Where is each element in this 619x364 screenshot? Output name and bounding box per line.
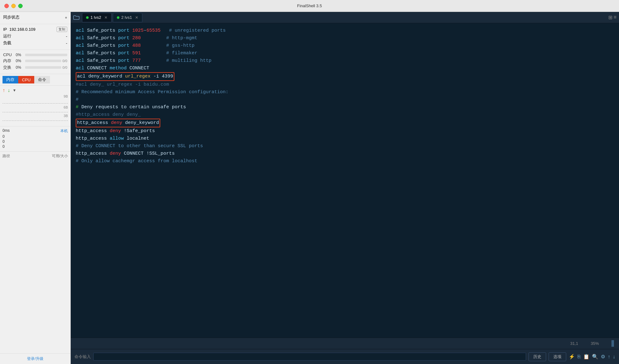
tab-cpu[interactable]: CPU [18, 76, 34, 83]
settings-icon[interactable]: ⚙ [601, 354, 605, 360]
mem-pct: 0% [16, 59, 25, 63]
mem-label: 内存 [3, 58, 16, 64]
scroll-percent: 35% [591, 341, 599, 346]
maximize-button[interactable] [18, 4, 23, 8]
mem-ratio: 0/0 [63, 59, 67, 63]
login-upgrade-link[interactable]: 登录/升级 [0, 353, 70, 364]
network-row-2: 0 [3, 134, 68, 139]
main-layout: 同步状态 ● IP 192.168.0.109 复制 运行 - 负载 - [0, 12, 619, 364]
copy-icon[interactable]: ⎘ [578, 354, 581, 360]
sidebar-tab-bar: 内存 CPU 命令 [0, 74, 70, 86]
swap-metric-row: 交换 0% 0/0 [3, 65, 67, 70]
terminal[interactable]: acl Safe_ports port 1025-65535 # unregis… [71, 23, 619, 338]
tab-lvs1[interactable]: 2 lvs1 ✕ [113, 13, 142, 22]
tab-cmd[interactable]: 命令 [34, 76, 50, 83]
sync-label: 同步状态 [3, 14, 19, 20]
arrow-up-icon: ↑ [3, 88, 5, 93]
terminal-line: # Only allow cachemgr access from localh… [76, 158, 614, 165]
graph-line-3b [3, 120, 68, 121]
graph-section: ↑ ↓ ▼ 9B 6B 3B [0, 86, 70, 126]
cpu-label: CPU [3, 52, 16, 57]
window-controls [4, 4, 23, 8]
app-title: FinalShell 3.5 [297, 3, 322, 8]
tab-close-2[interactable]: ✕ [135, 15, 138, 20]
network-row-4: 0 [3, 144, 68, 149]
metrics-section: CPU 0% 内存 0% 0/0 交换 0% 0/0 [0, 50, 70, 74]
swap-pct: 0% [16, 65, 25, 70]
terminal-line: http_access deny deny_keyword [76, 119, 614, 127]
sync-dot: ● [65, 15, 67, 20]
load-label: 负载 [3, 40, 11, 46]
right-panel: 1 lvs2 ✕ 2 lvs1 ✕ ⊞ ≡ acl Safe_ports por… [71, 12, 619, 364]
folder-icon[interactable] [72, 13, 81, 22]
tab-dot-1 [86, 16, 89, 19]
close-button[interactable] [4, 4, 9, 8]
arrow-expand-icon: ▼ [13, 88, 16, 93]
grid-icon[interactable]: ⊞ [608, 14, 612, 20]
scroll-down-icon[interactable]: ↓ [613, 354, 615, 360]
graph-line-9b [3, 103, 68, 104]
terminal-line: acl Safe_ports port 488 # gss-http [76, 42, 614, 50]
terminal-line: # Deny CONNECT to other than secure SSL … [76, 142, 614, 150]
copy-ip-button[interactable]: 复制 [57, 27, 67, 32]
graph-label-9b: 9B [64, 94, 68, 98]
paste-icon[interactable]: 📋 [583, 354, 589, 360]
tab-close-1[interactable]: ✕ [104, 15, 107, 20]
load-value: - [66, 41, 67, 46]
scrollbar-thumb[interactable] [611, 340, 614, 347]
menu-icon[interactable]: ≡ [614, 14, 616, 20]
network-row-3: 0 [3, 139, 68, 144]
search-icon[interactable]: 🔍 [592, 354, 598, 360]
tab-mem[interactable]: 内存 [3, 76, 18, 83]
swap-label: 交换 [3, 65, 16, 70]
scroll-up-icon[interactable]: ↑ [608, 354, 610, 360]
terminal-line: acl Safe_ports port 1025-65535 # unregis… [76, 27, 614, 35]
graph-arrows: ↑ ↓ ▼ [3, 88, 68, 93]
cpu-pct: 0% [16, 53, 25, 57]
options-button[interactable]: 选项 [549, 352, 566, 361]
terminal-line: # Deny requests to certain unsafe ports [76, 104, 614, 111]
status-bar: 31,1 35% [71, 338, 619, 349]
toolbar-right: ⊞ ≡ [608, 14, 616, 20]
tab-lvs2[interactable]: 1 lvs2 ✕ [82, 13, 112, 22]
path-header: 路径 可用/大小 [3, 153, 68, 159]
history-button[interactable]: 历史 [529, 352, 546, 361]
terminal-line: # Recommended minimum Access Permission … [76, 88, 614, 96]
cpu-bar [25, 54, 67, 56]
terminal-line: acl Safe_ports port 777 # multiling http [76, 57, 614, 65]
terminal-line: http_access allow localnet [76, 135, 614, 142]
ip-label: IP 192.168.0.109 [3, 27, 36, 32]
graph-line-6b [3, 112, 68, 112]
lightning-icon[interactable]: ⚡ [569, 354, 575, 360]
network-ms: 0ms [3, 128, 10, 134]
terminal-line: acl Safe_ports port 280 # http-mgmt [76, 35, 614, 42]
network-section: 0ms 本机 0 0 0 [0, 126, 70, 152]
command-label: 命令输入 [74, 354, 91, 360]
run-label: 运行 [3, 33, 11, 39]
network-zero-b: 0 [3, 139, 5, 144]
cpu-metric-row: CPU 0% [3, 52, 67, 57]
sync-section: 同步状态 ● [0, 12, 70, 24]
swap-ratio: 0/0 [63, 66, 67, 69]
path-label: 路径 [3, 153, 10, 159]
network-row-1: 0ms 本机 [3, 128, 68, 134]
terminal-line: http_access deny CONNECT !SSL_ports [76, 150, 614, 158]
minimize-button[interactable] [11, 4, 16, 8]
swap-bar [25, 66, 61, 69]
terminal-line: http_access deny !Safe_ports [76, 127, 614, 135]
arrow-down-icon: ↓ [8, 88, 10, 93]
titlebar: FinalShell 3.5 [0, 0, 619, 12]
graph-lines: 9B 6B 3B [3, 94, 68, 120]
terminal-line: #acl deny_ url_regex -i baidu.com [76, 81, 614, 88]
ip-section: IP 192.168.0.109 复制 运行 - 负载 - [0, 24, 70, 50]
path-size-label: 可用/大小 [52, 153, 68, 159]
command-input[interactable] [93, 353, 526, 361]
tab-label-2: 2 lvs1 [121, 15, 132, 20]
sidebar: 同步状态 ● IP 192.168.0.109 复制 运行 - 负载 - [0, 12, 71, 364]
tab-label-1: 1 lvs2 [90, 15, 101, 20]
graph-label-6b: 6B [64, 105, 68, 109]
path-section: 路径 可用/大小 [0, 152, 70, 161]
network-zero-a: 0 [3, 134, 5, 139]
mem-metric-row: 内存 0% 0/0 [3, 58, 67, 64]
terminal-line: acl CONNECT method CONNECT [76, 65, 614, 72]
